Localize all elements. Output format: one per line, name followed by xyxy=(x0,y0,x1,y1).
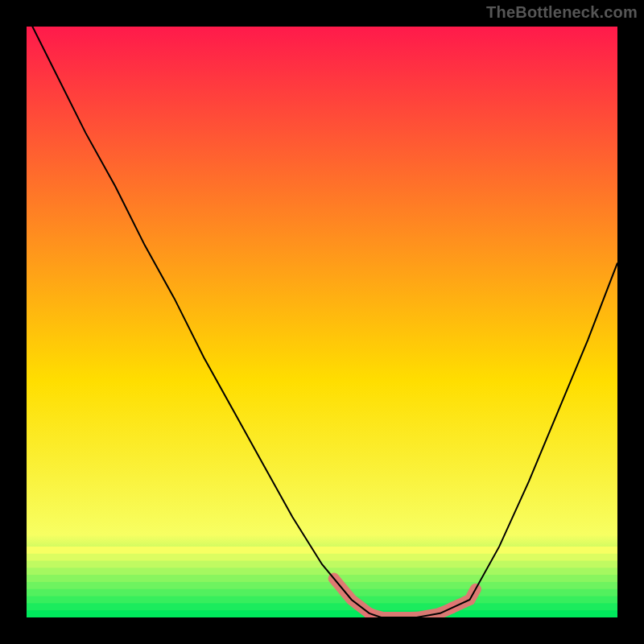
svg-rect-5 xyxy=(27,582,617,589)
watermark-text: TheBottleneck.com xyxy=(486,3,638,22)
green-band xyxy=(27,547,617,617)
plot-area xyxy=(27,27,617,617)
svg-rect-4 xyxy=(27,575,617,582)
gradient-bg xyxy=(27,27,617,617)
svg-rect-9 xyxy=(27,610,617,617)
svg-rect-0 xyxy=(27,547,617,554)
svg-rect-1 xyxy=(27,554,617,561)
svg-rect-3 xyxy=(27,568,617,575)
svg-rect-6 xyxy=(27,589,617,597)
plot-svg xyxy=(27,27,617,617)
svg-rect-8 xyxy=(27,603,617,610)
svg-rect-7 xyxy=(27,597,617,604)
